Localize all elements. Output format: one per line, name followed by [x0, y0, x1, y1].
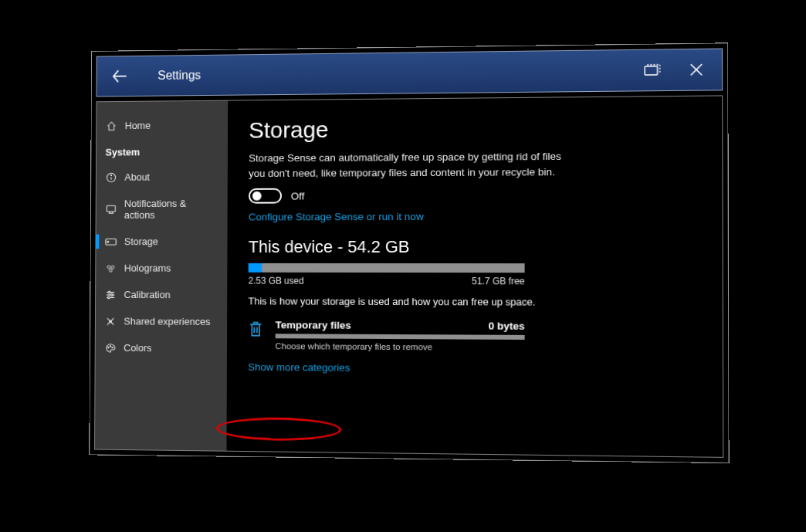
category-name: Temporary files [276, 319, 351, 330]
svg-point-24 [112, 346, 113, 347]
storage-sense-toggle-label: Off [291, 190, 304, 202]
notifications-icon [105, 204, 117, 215]
page-heading: Storage [249, 114, 699, 144]
sidebar-item-label: Calibration [124, 289, 171, 300]
category-size: 0 bytes [489, 320, 525, 331]
sidebar-item-label: Colors [124, 342, 151, 354]
sidebar-item-about[interactable]: About [97, 163, 228, 190]
window-body: Home System About Notifications & action… [94, 95, 723, 457]
holograms-icon [105, 263, 117, 273]
svg-point-16 [111, 293, 113, 296]
sidebar-item-notifications[interactable]: Notifications & actions [97, 189, 228, 228]
category-usage-bar [276, 334, 525, 340]
sidebar-item-label: About [124, 171, 150, 182]
svg-point-6 [110, 174, 111, 175]
svg-point-11 [111, 265, 114, 268]
sidebar-item-storage[interactable]: Storage [96, 228, 227, 255]
follow-icon[interactable] [641, 59, 663, 81]
svg-point-9 [107, 240, 109, 242]
storage-free-label: 51.7 GB free [472, 276, 525, 286]
storage-icon [105, 236, 117, 246]
storage-sense-description: Storage Sense can automatically free up … [249, 148, 571, 180]
storage-used-label: 2.53 GB used [249, 275, 304, 286]
show-more-categories-link[interactable]: Show more categories [248, 361, 350, 373]
sidebar-item-label: Storage [124, 236, 158, 247]
annotation-highlight [216, 416, 341, 441]
storage-usage-bar [249, 263, 525, 272]
svg-point-23 [110, 345, 110, 346]
storage-hint: This is how your storage is used and how… [248, 295, 699, 308]
shared-icon [104, 315, 116, 326]
svg-point-22 [108, 346, 109, 347]
device-storage-heading: This device - 54.2 GB [249, 236, 700, 256]
storage-usage-bar-used [249, 263, 262, 272]
sidebar-item-calibration[interactable]: Calibration [96, 281, 227, 308]
sidebar-item-label: Holograms [124, 262, 171, 273]
content-pane: Storage Storage Sense can automatically … [226, 96, 723, 456]
sidebar-item-shared[interactable]: Shared experiences [96, 307, 227, 334]
home-icon [106, 120, 117, 130]
sidebar-item-colors[interactable]: Colors [96, 334, 227, 362]
trash-icon [248, 319, 265, 341]
sidebar: Home System About Notifications & action… [95, 100, 228, 450]
svg-rect-7 [107, 205, 115, 212]
back-button[interactable] [110, 66, 130, 86]
configure-storage-sense-link[interactable]: Configure Storage Sense or run it now [249, 211, 424, 222]
titlebar: Settings [97, 48, 723, 97]
close-button[interactable] [686, 58, 708, 80]
svg-point-14 [108, 290, 110, 293]
settings-window: Settings Home Sys [89, 42, 729, 463]
sidebar-home-label: Home [125, 120, 151, 131]
sidebar-item-holograms[interactable]: Holograms [96, 254, 227, 281]
storage-category-temporary-files[interactable]: Temporary files 0 bytes Choose which tem… [248, 319, 524, 352]
sidebar-item-label: Notifications & actions [124, 197, 218, 220]
svg-point-18 [107, 296, 110, 298]
sidebar-section-header: System [97, 137, 228, 164]
svg-point-10 [107, 265, 110, 268]
info-icon [105, 171, 117, 182]
svg-point-21 [110, 320, 111, 321]
sidebar-item-label: Shared experiences [124, 315, 210, 327]
calibration-icon [105, 289, 117, 300]
category-sub: Choose which temporary files to remove [276, 341, 525, 352]
svg-point-12 [110, 268, 113, 271]
colors-icon [104, 342, 116, 353]
svg-rect-1 [645, 66, 657, 74]
storage-sense-toggle[interactable] [249, 188, 282, 203]
sidebar-home[interactable]: Home [97, 111, 228, 139]
window-title: Settings [157, 68, 201, 82]
